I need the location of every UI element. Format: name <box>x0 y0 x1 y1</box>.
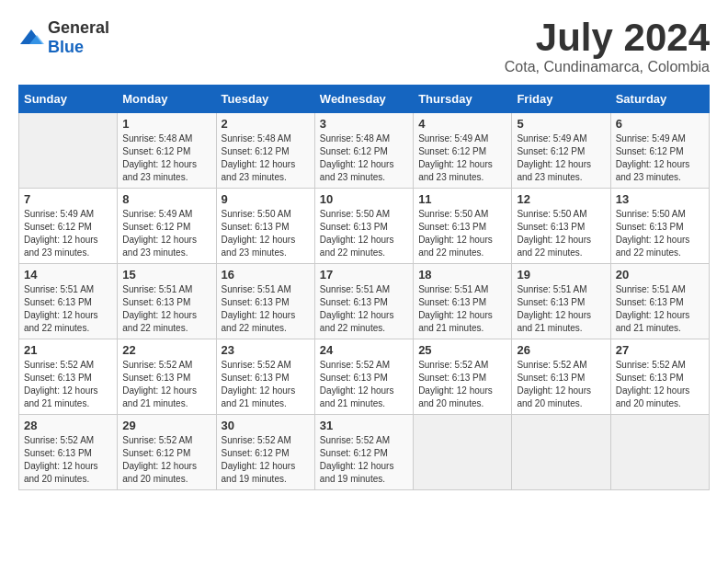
day-cell: 30Sunrise: 5:52 AMSunset: 6:12 PMDayligh… <box>216 415 314 490</box>
day-info: Sunrise: 5:49 AMSunset: 6:12 PMDaylight:… <box>616 132 704 184</box>
day-number: 3 <box>320 117 408 131</box>
day-number: 17 <box>320 268 408 282</box>
day-cell: 16Sunrise: 5:51 AMSunset: 6:13 PMDayligh… <box>216 264 314 339</box>
day-info: Sunrise: 5:52 AMSunset: 6:13 PMDaylight:… <box>24 359 112 410</box>
day-cell: 22Sunrise: 5:52 AMSunset: 6:13 PMDayligh… <box>118 339 216 415</box>
day-cell: 2Sunrise: 5:48 AMSunset: 6:12 PMDaylight… <box>216 113 314 189</box>
day-number: 5 <box>517 117 605 131</box>
day-number: 7 <box>24 192 112 206</box>
day-info: Sunrise: 5:52 AMSunset: 6:13 PMDaylight:… <box>122 359 210 410</box>
day-info: Sunrise: 5:52 AMSunset: 6:12 PMDaylight:… <box>222 434 310 486</box>
weekday-header-monday: Monday <box>118 86 216 113</box>
weekday-header-thursday: Thursday <box>414 86 512 113</box>
logo-blue: Blue <box>48 38 84 56</box>
day-info: Sunrise: 5:49 AMSunset: 6:12 PMDaylight:… <box>418 132 506 184</box>
day-info: Sunrise: 5:49 AMSunset: 6:12 PMDaylight:… <box>24 208 112 259</box>
day-number: 14 <box>24 268 112 282</box>
day-number: 8 <box>122 192 210 206</box>
week-row-3: 14Sunrise: 5:51 AMSunset: 6:13 PMDayligh… <box>19 264 710 339</box>
day-info: Sunrise: 5:49 AMSunset: 6:12 PMDaylight:… <box>122 208 210 259</box>
day-cell: 18Sunrise: 5:51 AMSunset: 6:13 PMDayligh… <box>414 264 512 339</box>
location-title: Cota, Cundinamarca, Colombia <box>505 59 710 75</box>
day-cell: 3Sunrise: 5:48 AMSunset: 6:12 PMDaylight… <box>314 113 413 189</box>
day-cell: 17Sunrise: 5:51 AMSunset: 6:13 PMDayligh… <box>314 264 413 339</box>
day-number: 23 <box>222 343 310 357</box>
calendar-table: SundayMondayTuesdayWednesdayThursdayFrid… <box>18 85 710 490</box>
day-number: 19 <box>517 268 605 282</box>
day-cell: 1Sunrise: 5:48 AMSunset: 6:12 PMDaylight… <box>118 113 216 189</box>
day-cell: 11Sunrise: 5:50 AMSunset: 6:13 PMDayligh… <box>414 189 512 264</box>
weekday-header-sunday: Sunday <box>19 86 118 113</box>
day-info: Sunrise: 5:51 AMSunset: 6:13 PMDaylight:… <box>24 283 112 335</box>
day-cell: 5Sunrise: 5:49 AMSunset: 6:12 PMDaylight… <box>512 113 610 189</box>
title-block: July 2024 Cota, Cundinamarca, Colombia <box>505 18 710 75</box>
weekday-header-row: SundayMondayTuesdayWednesdayThursdayFrid… <box>19 86 710 113</box>
day-info: Sunrise: 5:52 AMSunset: 6:12 PMDaylight:… <box>122 434 210 486</box>
day-info: Sunrise: 5:51 AMSunset: 6:13 PMDaylight:… <box>320 283 408 335</box>
day-number: 12 <box>517 192 605 206</box>
day-cell: 21Sunrise: 5:52 AMSunset: 6:13 PMDayligh… <box>19 339 118 415</box>
day-info: Sunrise: 5:51 AMSunset: 6:13 PMDaylight:… <box>222 283 310 335</box>
day-cell: 28Sunrise: 5:52 AMSunset: 6:13 PMDayligh… <box>19 415 118 490</box>
day-cell: 29Sunrise: 5:52 AMSunset: 6:12 PMDayligh… <box>118 415 216 490</box>
day-cell: 26Sunrise: 5:52 AMSunset: 6:13 PMDayligh… <box>512 339 610 415</box>
day-info: Sunrise: 5:50 AMSunset: 6:13 PMDaylight:… <box>616 208 704 259</box>
day-number: 6 <box>616 117 704 131</box>
week-row-5: 28Sunrise: 5:52 AMSunset: 6:13 PMDayligh… <box>19 415 710 490</box>
day-cell <box>610 415 709 490</box>
logo-icon <box>18 28 44 48</box>
day-cell: 7Sunrise: 5:49 AMSunset: 6:12 PMDaylight… <box>19 189 118 264</box>
day-number: 20 <box>616 268 704 282</box>
day-number: 30 <box>222 419 310 432</box>
day-number: 4 <box>418 117 506 131</box>
day-number: 26 <box>517 343 605 357</box>
day-number: 1 <box>122 117 210 131</box>
week-row-4: 21Sunrise: 5:52 AMSunset: 6:13 PMDayligh… <box>19 339 710 415</box>
day-number: 16 <box>222 268 310 282</box>
day-cell: 20Sunrise: 5:51 AMSunset: 6:13 PMDayligh… <box>610 264 709 339</box>
day-cell: 31Sunrise: 5:52 AMSunset: 6:12 PMDayligh… <box>314 415 413 490</box>
day-info: Sunrise: 5:52 AMSunset: 6:13 PMDaylight:… <box>24 434 112 486</box>
weekday-header-tuesday: Tuesday <box>216 86 314 113</box>
weekday-header-saturday: Saturday <box>610 86 709 113</box>
day-info: Sunrise: 5:51 AMSunset: 6:13 PMDaylight:… <box>517 283 605 335</box>
day-cell: 10Sunrise: 5:50 AMSunset: 6:13 PMDayligh… <box>314 189 413 264</box>
day-info: Sunrise: 5:50 AMSunset: 6:13 PMDaylight:… <box>418 208 506 259</box>
day-info: Sunrise: 5:49 AMSunset: 6:12 PMDaylight:… <box>517 132 605 184</box>
day-cell: 4Sunrise: 5:49 AMSunset: 6:12 PMDaylight… <box>414 113 512 189</box>
page-header: General Blue July 2024 Cota, Cundinamarc… <box>18 18 710 75</box>
day-info: Sunrise: 5:52 AMSunset: 6:13 PMDaylight:… <box>418 359 506 410</box>
day-number: 28 <box>24 419 112 432</box>
week-row-2: 7Sunrise: 5:49 AMSunset: 6:12 PMDaylight… <box>19 189 710 264</box>
day-info: Sunrise: 5:48 AMSunset: 6:12 PMDaylight:… <box>320 132 408 184</box>
day-info: Sunrise: 5:48 AMSunset: 6:12 PMDaylight:… <box>222 132 310 184</box>
day-cell: 14Sunrise: 5:51 AMSunset: 6:13 PMDayligh… <box>19 264 118 339</box>
day-number: 29 <box>122 419 210 432</box>
day-cell: 23Sunrise: 5:52 AMSunset: 6:13 PMDayligh… <box>216 339 314 415</box>
weekday-header-friday: Friday <box>512 86 610 113</box>
day-number: 13 <box>616 192 704 206</box>
day-number: 2 <box>222 117 310 131</box>
month-title: July 2024 <box>505 18 710 57</box>
day-cell: 6Sunrise: 5:49 AMSunset: 6:12 PMDaylight… <box>610 113 709 189</box>
day-number: 11 <box>418 192 506 206</box>
day-number: 24 <box>320 343 408 357</box>
day-info: Sunrise: 5:50 AMSunset: 6:13 PMDaylight:… <box>320 208 408 259</box>
day-cell: 12Sunrise: 5:50 AMSunset: 6:13 PMDayligh… <box>512 189 610 264</box>
day-cell <box>414 415 512 490</box>
day-cell <box>19 113 118 189</box>
day-cell: 8Sunrise: 5:49 AMSunset: 6:12 PMDaylight… <box>118 189 216 264</box>
day-info: Sunrise: 5:52 AMSunset: 6:13 PMDaylight:… <box>320 359 408 410</box>
day-info: Sunrise: 5:52 AMSunset: 6:13 PMDaylight:… <box>616 359 704 410</box>
weekday-header-wednesday: Wednesday <box>314 86 413 113</box>
day-info: Sunrise: 5:50 AMSunset: 6:13 PMDaylight:… <box>222 208 310 259</box>
day-number: 18 <box>418 268 506 282</box>
day-number: 21 <box>24 343 112 357</box>
day-number: 25 <box>418 343 506 357</box>
day-info: Sunrise: 5:51 AMSunset: 6:13 PMDaylight:… <box>616 283 704 335</box>
day-info: Sunrise: 5:52 AMSunset: 6:12 PMDaylight:… <box>320 434 408 486</box>
day-number: 27 <box>616 343 704 357</box>
day-number: 22 <box>122 343 210 357</box>
day-number: 15 <box>122 268 210 282</box>
day-info: Sunrise: 5:50 AMSunset: 6:13 PMDaylight:… <box>517 208 605 259</box>
